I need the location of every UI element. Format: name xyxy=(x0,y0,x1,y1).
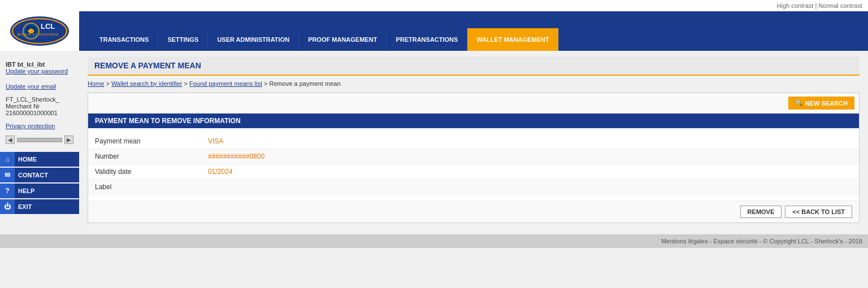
sidebar-username: IBT bt_lcl_ibt xyxy=(6,61,73,68)
tab-settings[interactable]: SETTINGS xyxy=(158,28,208,51)
payment-mean-value: VISA xyxy=(208,137,852,145)
svg-point-1 xyxy=(12,19,67,43)
content-wrapper: IBT bt_lcl_ibt Update your password Upda… xyxy=(0,51,868,234)
tab-user-administration[interactable]: USER ADMINISTRATION xyxy=(208,28,299,51)
update-password-link[interactable]: Update your password xyxy=(6,68,68,75)
number-label: Number xyxy=(95,152,208,160)
scroll-track xyxy=(17,138,62,142)
number-value: ###########0800 xyxy=(208,152,852,160)
breadcrumb-found-list[interactable]: Found payment means list xyxy=(189,80,262,87)
breadcrumb: Home > Wallet search by identifier > Fou… xyxy=(88,80,860,87)
sidebar-exit-label: EXIT xyxy=(15,203,32,210)
svg-text:LCL: LCL xyxy=(41,22,55,30)
home-icon: ⌂ xyxy=(0,152,15,167)
page-title: REMOVE A PAYMENT MEAN xyxy=(94,61,853,70)
sidebar-contact-label: CONTACT xyxy=(15,172,48,178)
breadcrumb-sep3: > xyxy=(264,80,269,87)
merchant-nr-label: Merchant Nr xyxy=(6,103,73,110)
sidebar-item-contact[interactable]: ✉ CONTACT xyxy=(0,168,79,182)
tab-pretransactions[interactable]: PRETRANSACTIONS xyxy=(387,28,467,51)
info-row-validity: Validity date 01/2024 xyxy=(88,164,859,180)
info-row-number: Number ###########0800 xyxy=(88,149,859,164)
logo-area: LCL BANQUE ET ASSURANCE xyxy=(0,11,79,51)
nav-tabs: TRANSACTIONS SETTINGS USER ADMINISTRATIO… xyxy=(79,11,868,51)
header: LCL BANQUE ET ASSURANCE TRANSACTIONS SET… xyxy=(0,11,868,51)
lcl-logo: LCL BANQUE ET ASSURANCE xyxy=(8,16,71,47)
card-footer: REMOVE << BACK TO LIST xyxy=(88,200,859,222)
update-email-link[interactable]: Update your email xyxy=(6,83,56,90)
validity-value: 01/2024 xyxy=(208,168,852,176)
merchant-nr: 216000001000001 xyxy=(6,110,73,116)
validity-label: Validity date xyxy=(95,168,208,176)
info-row-payment-mean: Payment mean VISA xyxy=(88,134,859,149)
sidebar-scrollbar: ◀ ▶ xyxy=(0,133,79,146)
card-toolbar: 🔍 NEW SEARCH xyxy=(88,93,859,114)
page-title-bar: REMOVE A PAYMENT MEAN xyxy=(88,56,860,76)
payment-mean-label: Payment mean xyxy=(95,137,208,145)
tab-transactions[interactable]: TRANSACTIONS xyxy=(90,28,158,51)
new-search-button[interactable]: 🔍 NEW SEARCH xyxy=(788,97,854,110)
sidebar-item-exit[interactable]: ⏻ EXIT xyxy=(0,199,79,214)
sidebar-user-info: IBT bt_lcl_ibt Update your password xyxy=(0,56,79,81)
top-bar: High contrast | Normal contrast xyxy=(0,0,868,11)
high-contrast-link[interactable]: High contrast xyxy=(777,2,814,9)
scroll-left-arrow[interactable]: ◀ xyxy=(6,136,15,144)
card-label-value xyxy=(208,183,852,191)
info-row-label: Label xyxy=(88,180,859,195)
search-icon: 🔍 xyxy=(795,99,803,107)
card-label-label: Label xyxy=(95,183,208,191)
privacy-link[interactable]: Privacy protection xyxy=(6,123,55,129)
tab-wallet-management[interactable]: WALLET MANAGEMENT xyxy=(467,28,558,51)
separator: | xyxy=(815,2,817,9)
sidebar-item-home[interactable]: ⌂ HOME xyxy=(0,152,79,167)
back-to-list-button[interactable]: << BACK TO LIST xyxy=(785,206,852,218)
scroll-right-arrow[interactable]: ▶ xyxy=(64,136,73,144)
breadcrumb-current: Remove a payment mean xyxy=(270,80,341,87)
breadcrumb-wallet-search[interactable]: Wallet search by identifier xyxy=(111,80,183,87)
main-content: REMOVE A PAYMENT MEAN Home > Wallet sear… xyxy=(79,51,868,234)
footer-text: Mentions légales - Espace sécurité - © C… xyxy=(661,238,862,245)
new-search-label: NEW SEARCH xyxy=(805,100,848,107)
svg-text:BANQUE ET ASSURANCE: BANQUE ET ASSURANCE xyxy=(17,33,58,36)
section-header: PAYMENT MEAN TO REMOVE INFORMATION xyxy=(88,114,859,128)
info-table: Payment mean VISA Number ###########0800… xyxy=(88,128,859,200)
merchant-label: FT_LCL_Sherlock_ xyxy=(6,96,73,103)
exit-icon: ⏻ xyxy=(0,199,15,214)
sidebar: IBT bt_lcl_ibt Update your password Upda… xyxy=(0,51,79,234)
normal-contrast-link[interactable]: Normal contrast xyxy=(818,2,862,9)
breadcrumb-sep1: > xyxy=(106,80,111,87)
breadcrumb-home[interactable]: Home xyxy=(88,80,104,87)
page-footer: Mentions légales - Espace sécurité - © C… xyxy=(0,234,868,248)
tab-proof-management[interactable]: PROOF MANAGEMENT xyxy=(299,28,387,51)
main-card: 🔍 NEW SEARCH PAYMENT MEAN TO REMOVE INFO… xyxy=(88,93,860,223)
remove-button[interactable]: REMOVE xyxy=(740,206,782,218)
sidebar-item-help[interactable]: ? HELP xyxy=(0,184,79,198)
sidebar-merchant-info: FT_LCL_Sherlock_ Merchant Nr 21600000100… xyxy=(0,94,79,121)
sidebar-home-label: HOME xyxy=(15,156,37,163)
breadcrumb-sep2: > xyxy=(184,80,189,87)
help-icon: ? xyxy=(0,184,15,198)
sidebar-help-label: HELP xyxy=(15,187,34,194)
contact-icon: ✉ xyxy=(0,168,15,182)
sidebar-nav: ⌂ HOME ✉ CONTACT ? HELP ⏻ EXIT xyxy=(0,152,79,214)
